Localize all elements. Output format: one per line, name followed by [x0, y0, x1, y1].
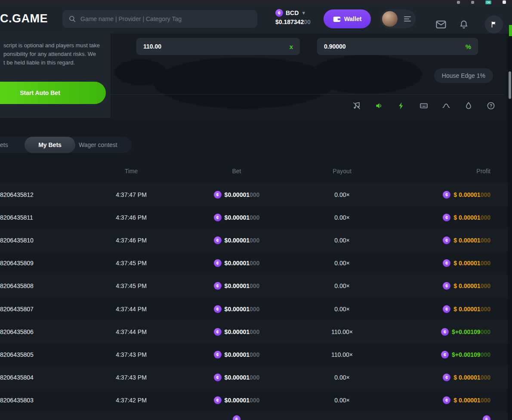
bet-id: 8206435811 — [0, 214, 60, 221]
bet-id: 8206435808 — [0, 282, 60, 289]
chat-flag-button[interactable] — [485, 15, 503, 34]
bet-row[interactable]: ¢¢ — [0, 412, 508, 420]
header-payout: Payout — [271, 168, 413, 175]
bet-amount: ¢$0.00001000 — [202, 236, 271, 244]
sound-on-icon[interactable] — [375, 101, 383, 110]
profile-menu[interactable] — [380, 9, 416, 28]
bcd-coin-icon: ¢ — [483, 415, 490, 420]
win-chance-input[interactable]: % — [317, 38, 478, 55]
currency-code: BCD — [286, 9, 299, 16]
hotkeys-icon[interactable] — [419, 101, 428, 110]
tab-my-bets[interactable]: My Bets — [25, 137, 75, 153]
bet-profit: ¢$ 0.00001000 — [413, 282, 490, 290]
turbo-icon[interactable] — [397, 101, 406, 110]
music-off-icon[interactable] — [352, 101, 361, 110]
bet-time: 4:37:44 PM — [60, 306, 202, 313]
payout-input[interactable]: x — [136, 38, 300, 55]
bet-id: 8206435812 — [0, 191, 60, 198]
live-stats-icon[interactable] — [442, 101, 450, 110]
bet-row[interactable]: 82064358064:37:44 PM¢$0.00001000110.00×¢… — [0, 320, 508, 343]
bcd-coin-icon: ¢ — [214, 236, 222, 244]
bcd-coin-icon: ¢ — [443, 214, 450, 221]
bet-payout-multiplier: 0.00× — [271, 282, 413, 289]
scrollbar-thumb[interactable] — [509, 71, 511, 99]
search-input[interactable] — [80, 15, 251, 22]
bet-profit: ¢$ 0.00001000 — [413, 191, 490, 199]
game-canvas: x % House Edge 1% ? — [111, 34, 504, 118]
bcd-coin-icon: ¢ — [214, 374, 222, 381]
help-icon[interactable]: ? — [487, 101, 495, 110]
tab-all-bets[interactable]: ets — [0, 137, 8, 153]
bet-time: 4:37:47 PM — [60, 191, 202, 198]
bet-id: 8206435806 — [0, 328, 60, 335]
bet-row[interactable]: 82064358124:37:47 PM¢$0.000010000.00×¢$ … — [0, 183, 508, 206]
bcd-coin-icon: ¢ — [214, 305, 222, 313]
bet-row[interactable]: 82064358094:37:45 PM¢$0.000010000.00×¢$ … — [0, 252, 508, 275]
bet-profit: ¢$ 0.00001000 — [413, 305, 490, 313]
avatar[interactable] — [382, 11, 398, 27]
scrollbar-track[interactable] — [508, 34, 512, 420]
bet-payout-multiplier: 110.00× — [271, 351, 413, 358]
game-search[interactable] — [62, 10, 257, 28]
bcd-coin-icon: ¢ — [443, 236, 450, 244]
bet-id: 8206435803 — [0, 397, 60, 404]
header-bet: Bet — [202, 168, 271, 175]
bet-amount: ¢$0.00001000 — [202, 214, 271, 221]
bet-id: 8206435804 — [0, 374, 60, 381]
bcd-coin-icon: ¢ — [441, 328, 449, 336]
bet-payout-multiplier: 0.00× — [271, 306, 413, 313]
bet-row[interactable]: 82064358084:37:45 PM¢$0.000010000.00×¢$ … — [0, 275, 508, 297]
site-logo[interactable]: C.GAME — [0, 12, 48, 25]
seed-icon[interactable] — [464, 101, 473, 110]
bet-time: 4:37:43 PM — [60, 351, 202, 358]
bet-amount: ¢ — [202, 415, 271, 420]
bcd-coin-icon: ¢ — [214, 191, 222, 199]
percent-suffix: % — [466, 43, 471, 50]
currency-selector[interactable]: ¢ BCD ▼ $0.18734200 — [275, 9, 311, 25]
bet-amount: ¢$0.00001000 — [202, 282, 271, 290]
translate-extension-badge[interactable]: DE — [485, 0, 491, 4]
bet-row[interactable]: 82064358034:37:42 PM¢$0.000010000.00×¢$ … — [0, 389, 508, 412]
house-edge-label: House Edge 1% — [434, 68, 493, 83]
bet-time: 4:37:46 PM — [60, 237, 202, 244]
bet-payout-multiplier: 0.00× — [271, 214, 413, 221]
bets-table-body: 82064358124:37:47 PM¢$0.000010000.00×¢$ … — [0, 183, 508, 420]
bcd-coin-icon: ¢ — [443, 396, 450, 404]
bet-row[interactable]: 82064358104:37:46 PM¢$0.000010000.00×¢$ … — [0, 229, 508, 251]
tab-wager-contest[interactable]: Wager contest — [79, 137, 117, 153]
bcd-coin-icon: ¢ — [214, 259, 222, 267]
bcd-coin-icon: ¢ — [233, 415, 241, 420]
chat-panel-edge — [509, 25, 512, 36]
start-auto-bet-button[interactable]: Start Auto Bet — [0, 82, 106, 104]
bcd-coin-icon: ¢ — [443, 259, 450, 267]
bet-amount: ¢$0.00001000 — [202, 191, 271, 199]
bet-profit: ¢$ 0.00001000 — [413, 236, 490, 244]
bet-row[interactable]: 82064358074:37:44 PM¢$0.000010000.00×¢$ … — [0, 297, 508, 320]
bet-profit: ¢$+0.00109000 — [413, 351, 490, 359]
game-panel: x % House Edge 1% ? script is optional a… — [0, 34, 504, 118]
wallet-button[interactable]: Wallet — [324, 9, 371, 28]
bet-row[interactable]: 82064358044:37:43 PM¢$0.000010000.00×¢$ … — [0, 366, 508, 389]
header-profit: Profit — [413, 168, 490, 175]
bet-time: 4:37:46 PM — [60, 214, 202, 221]
bcd-coin-icon: ¢ — [443, 305, 450, 313]
game-toolbar: ? — [352, 101, 495, 110]
bet-payout-multiplier: 110.00× — [271, 328, 413, 335]
bet-time: 4:37:45 PM — [60, 282, 202, 289]
bcd-coin-icon: ¢ — [214, 282, 222, 290]
bet-payout-multiplier: 0.00× — [271, 374, 413, 381]
browser-download-icon[interactable] — [471, 1, 474, 4]
bet-row[interactable]: 82064358054:37:43 PM¢$0.00001000110.00×¢… — [0, 343, 508, 366]
bell-icon[interactable] — [459, 20, 469, 29]
bets-table-header: Time Bet Payout Profit — [0, 159, 508, 183]
bcd-coin-icon: ¢ — [214, 328, 222, 336]
bcd-coin-icon: ¢ — [214, 214, 222, 221]
bet-payout-multiplier: 0.00× — [271, 260, 413, 267]
bet-amount: ¢$0.00001000 — [202, 396, 271, 404]
script-disclaimer: script is optional and players must take… — [3, 41, 100, 67]
bet-row[interactable]: 82064358114:37:46 PM¢$0.000010000.00×¢$ … — [0, 206, 508, 229]
browser-profile-icon[interactable] — [503, 0, 506, 4]
browser-extension-icon[interactable] — [457, 1, 460, 4]
mail-icon[interactable] — [436, 20, 446, 29]
bet-id: 8206435805 — [0, 351, 60, 358]
